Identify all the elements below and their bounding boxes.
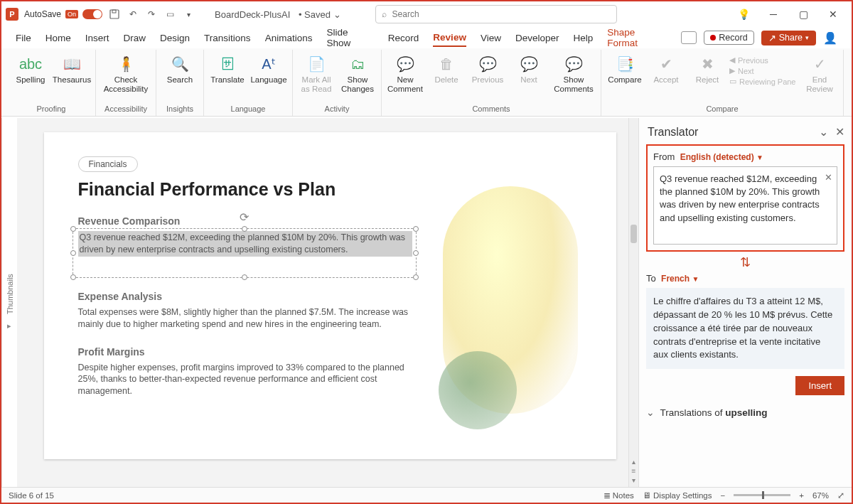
slide: Financials Financial Performance vs Plan… bbox=[44, 132, 616, 459]
translations-of-toggle[interactable]: ⌄ Translations of upselling bbox=[646, 407, 844, 418]
tab-insert[interactable]: Insert bbox=[85, 30, 109, 46]
autosave-label: AutoSave bbox=[24, 9, 61, 19]
tab-record[interactable]: Record bbox=[388, 30, 419, 46]
pane-dropdown-icon[interactable]: ⌄ bbox=[819, 125, 828, 139]
slide-canvas[interactable]: Financials Financial Performance vs Plan… bbox=[17, 118, 628, 487]
present-icon[interactable]: ▭ bbox=[163, 8, 176, 21]
spelling-button[interactable]: abcSpelling bbox=[11, 53, 50, 86]
qat-dropdown-icon[interactable]: ▾ bbox=[182, 8, 195, 21]
work-area: ▸ Thumbnails Financials Financial Perfor… bbox=[1, 118, 852, 487]
language-button[interactable]: AᵗLanguage bbox=[250, 53, 288, 86]
end-review-icon: ✓ bbox=[814, 54, 826, 74]
scroll-up-icon[interactable]: ▴ bbox=[632, 458, 635, 466]
new-comment-button[interactable]: 💬New Comment bbox=[386, 53, 424, 95]
language-icon: Aᵗ bbox=[262, 54, 275, 74]
undo-icon[interactable]: ↶ bbox=[127, 8, 139, 21]
scroll-mid-icon[interactable]: ≡ bbox=[632, 467, 636, 475]
translate-button[interactable]: 🈂Translate bbox=[208, 53, 247, 86]
compare-button[interactable]: 📑Compare bbox=[606, 53, 644, 86]
section-2-body[interactable]: Total expenses were $8M, slightly higher… bbox=[78, 306, 412, 331]
scrollbar-thumb[interactable] bbox=[631, 225, 637, 243]
chevron-right-icon: ▸ bbox=[8, 321, 12, 331]
target-text-box[interactable]: Le chiffre d'affaires du T3 a atteint 12… bbox=[646, 288, 844, 369]
next-comment-icon: 💬 bbox=[520, 54, 538, 74]
tab-review[interactable]: Review bbox=[433, 29, 466, 47]
source-text-box[interactable]: Q3 revenue reached $12M, exceeding the p… bbox=[653, 166, 837, 245]
share-icon: ↗ bbox=[768, 33, 776, 43]
previous-comment-button: 💬Previous bbox=[468, 53, 507, 86]
slide-counter[interactable]: Slide 6 of 15 bbox=[9, 491, 54, 500]
tab-transitions[interactable]: Transitions bbox=[204, 30, 251, 46]
minimize-button[interactable]: ─ bbox=[763, 4, 783, 24]
to-language-select[interactable]: French ▼ bbox=[661, 274, 699, 284]
lightbulb-icon[interactable]: 💡 bbox=[734, 4, 753, 24]
display-settings[interactable]: 🖥 Display Settings bbox=[643, 491, 712, 500]
end-review-button: ✓End Review bbox=[800, 53, 839, 95]
document-title[interactable]: BoardDeck-PlusAI • Saved ⌄ bbox=[215, 9, 341, 20]
selection-box[interactable]: ⟳ bbox=[73, 228, 417, 278]
search-input[interactable]: ⌕ Search bbox=[375, 5, 617, 23]
tab-slide-show[interactable]: Slide Show bbox=[326, 24, 373, 51]
spelling-icon: abc bbox=[19, 54, 42, 74]
new-comment-icon: 💬 bbox=[397, 54, 414, 74]
smart-lookup-button[interactable]: 🔍Search bbox=[161, 53, 199, 86]
zoom-out-icon[interactable]: − bbox=[721, 491, 726, 500]
swap-languages-icon[interactable]: ⇅ bbox=[646, 252, 844, 273]
autosave-toggle[interactable]: AutoSave On bbox=[24, 9, 102, 19]
rotate-handle-icon[interactable]: ⟳ bbox=[240, 210, 249, 224]
zoom-in-icon[interactable]: + bbox=[799, 491, 804, 500]
fit-to-window-icon[interactable]: ⤢ bbox=[837, 490, 844, 500]
accessibility-icon: 🧍 bbox=[117, 54, 135, 74]
show-changes-button[interactable]: 🗂Show Changes bbox=[338, 53, 377, 95]
check-accessibility-button[interactable]: 🧍Check Accessibility bbox=[100, 53, 151, 95]
account-icon[interactable]: 👤 bbox=[823, 31, 837, 45]
tab-home[interactable]: Home bbox=[45, 30, 71, 46]
tab-shape-format[interactable]: Shape Format bbox=[607, 24, 667, 51]
thumbnails-rail[interactable]: ▸ Thumbnails bbox=[1, 118, 17, 487]
comments-icon[interactable] bbox=[681, 31, 697, 44]
share-button[interactable]: ↗Share▾ bbox=[761, 31, 816, 45]
from-language-select[interactable]: English (detected) ▼ bbox=[680, 152, 763, 162]
autosave-switch-icon[interactable] bbox=[82, 9, 102, 19]
decorative-circle-shape bbox=[439, 351, 517, 429]
tab-animations[interactable]: Animations bbox=[265, 30, 313, 46]
insert-button[interactable]: Insert bbox=[795, 376, 844, 395]
slide-chip: Financials bbox=[78, 156, 138, 172]
hide-ink-button: ✎Hide Ink bbox=[848, 53, 853, 95]
thesaurus-icon: 📖 bbox=[63, 54, 81, 74]
record-button[interactable]: Record bbox=[704, 31, 753, 45]
tab-developer[interactable]: Developer bbox=[515, 30, 559, 46]
zoom-level[interactable]: 67% bbox=[812, 491, 829, 500]
show-comments-icon: 💬 bbox=[565, 54, 583, 74]
zoom-slider[interactable] bbox=[734, 494, 790, 496]
reject-button: ✖Reject bbox=[688, 53, 726, 86]
next-comment-button: 💬Next bbox=[510, 53, 548, 86]
thesaurus-button[interactable]: 📖Thesaurus bbox=[53, 53, 91, 86]
pane-close-icon[interactable]: ✕ bbox=[835, 125, 844, 139]
section-3-body[interactable]: Despite higher expenses, profit margins … bbox=[78, 362, 412, 398]
prev-comment-icon: 💬 bbox=[479, 54, 497, 74]
group-proofing-label: Proofing bbox=[11, 103, 91, 116]
vertical-scrollbar[interactable]: ▴ ≡ ▾ bbox=[628, 118, 638, 487]
tab-design[interactable]: Design bbox=[160, 30, 190, 46]
show-comments-button[interactable]: 💬Show Comments bbox=[551, 53, 596, 95]
status-bar: Slide 6 of 15 ≣ Notes 🖥 Display Settings… bbox=[1, 487, 852, 503]
tab-view[interactable]: View bbox=[481, 30, 501, 46]
svg-rect-1 bbox=[112, 10, 116, 13]
prev-change-icon: ◀ bbox=[729, 55, 735, 65]
maximize-button[interactable]: ▢ bbox=[793, 4, 813, 24]
tab-file[interactable]: File bbox=[16, 30, 31, 46]
tab-draw[interactable]: Draw bbox=[124, 30, 146, 46]
save-icon[interactable] bbox=[108, 8, 121, 21]
close-button[interactable]: ✕ bbox=[823, 4, 843, 24]
translator-pane: Translator ⌄ ✕ From English (detected) ▼… bbox=[638, 118, 852, 487]
tab-help[interactable]: Help bbox=[573, 30, 593, 46]
clear-source-icon[interactable]: ✕ bbox=[825, 171, 832, 184]
redo-icon[interactable]: ↷ bbox=[145, 8, 158, 21]
title-bar: P AutoSave On ↶ ↷ ▭ ▾ BoardDeck-PlusAI •… bbox=[1, 1, 852, 27]
mark-read-icon: 📄 bbox=[308, 54, 326, 74]
search-icon: 🔍 bbox=[171, 54, 189, 74]
notes-toggle[interactable]: ≣ Notes bbox=[603, 490, 634, 500]
svg-rect-0 bbox=[110, 10, 119, 18]
scroll-down-icon[interactable]: ▾ bbox=[632, 476, 635, 484]
